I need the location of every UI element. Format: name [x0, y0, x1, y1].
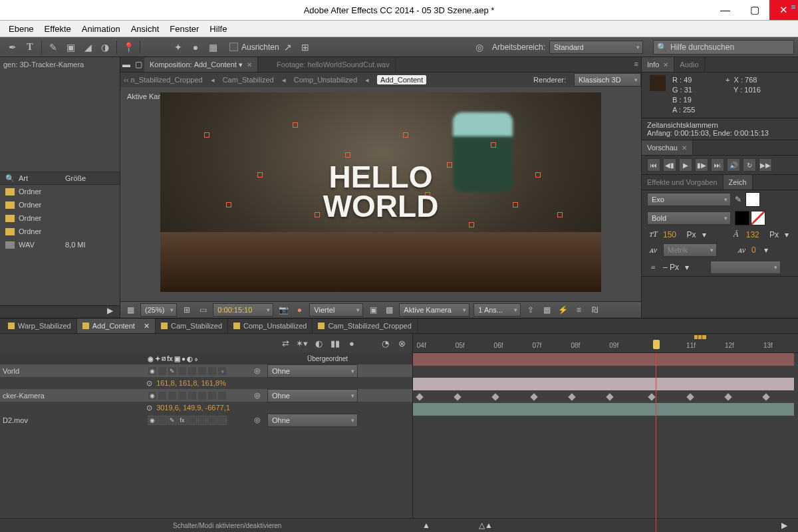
parent-dropdown[interactable]: Ohne [267, 414, 358, 427]
menu-ansicht[interactable]: Ansicht [126, 24, 165, 34]
scroll-right-icon[interactable]: ▶ [0, 305, 120, 318]
layer-row[interactable]: Vorld◉✎⬨◎Ohne [0, 364, 412, 377]
stroke-swatch[interactable] [751, 211, 765, 225]
fill-swatch[interactable] [745, 192, 760, 207]
snap-icon[interactable]: ↗ [281, 41, 295, 54]
loop-icon[interactable]: ↻ [743, 158, 756, 172]
audio-icon[interactable]: 🔊 [727, 158, 740, 172]
share-icon[interactable]: ⇪ [525, 304, 537, 316]
prop-row[interactable]: ⊙ 3019,6, 149,9, -6677,1 [0, 402, 412, 414]
panel-menu-icon[interactable]: ≡ [791, 3, 795, 11]
views-dropdown[interactable]: 1 Ans... [473, 303, 521, 317]
menu-fenster[interactable]: Fenster [164, 24, 204, 34]
character-tab[interactable]: Zeich [724, 175, 753, 190]
scroll-right-icon[interactable]: ▶ [781, 521, 787, 530]
snap-ext-icon[interactable]: ⊞ [299, 41, 312, 54]
brain-icon[interactable]: ⊗ [395, 336, 408, 350]
search-tool-icon[interactable]: ◎ [473, 41, 486, 54]
pen-tool-icon[interactable]: ✒ [6, 41, 19, 54]
eyedropper-icon[interactable]: ✎ [735, 195, 741, 204]
kerning-dropdown[interactable]: Metrik [663, 243, 717, 257]
first-frame-icon[interactable]: ⏮ [647, 158, 660, 172]
timeline-icon[interactable]: ≡ [573, 304, 585, 316]
flow-tab[interactable]: Cam_Stabilized [223, 76, 274, 84]
tl-tab[interactable]: Cam_Stabilized_Cropped [313, 319, 417, 333]
eraser-tool-icon[interactable]: ◢ [81, 41, 94, 54]
folder-icon[interactable]: ▢ [132, 60, 144, 69]
keyframe-row[interactable] [413, 391, 794, 403]
resolution-dropdown[interactable]: Viertel [309, 303, 363, 317]
tracking-value[interactable]: 0 [751, 245, 756, 255]
proj-row[interactable]: Ordner [0, 185, 120, 198]
align-checkbox[interactable] [229, 43, 238, 51]
roi-icon[interactable]: ▣ [367, 304, 379, 316]
next-frame-icon[interactable]: ▮▶ [695, 158, 708, 172]
work-area-markers[interactable] [694, 335, 706, 339]
camera-dropdown[interactable]: Aktive Kamera [399, 303, 469, 317]
comp-tab[interactable]: Komposition: Add_Content ▾✕ [144, 57, 258, 72]
pixel-icon[interactable]: ▦ [541, 304, 553, 316]
channel-icon[interactable]: ● [293, 304, 305, 316]
last-frame-icon[interactable]: ⏭ [711, 158, 724, 172]
help-search[interactable]: 🔍 Hilfe durchsuchen [653, 40, 794, 55]
grid-icon[interactable]: ▦ [124, 304, 136, 316]
fontsize-value[interactable]: 150 [663, 230, 676, 239]
tl-tab[interactable]: Comp_Unstabilized [228, 319, 313, 333]
fast-icon[interactable]: ⚡ [557, 304, 569, 316]
view-axis-icon[interactable]: ▦ [206, 41, 219, 54]
ram-preview-icon[interactable]: ▶▶ [759, 158, 772, 172]
effects-tab[interactable]: Effekte und Vorgaben [642, 175, 724, 190]
proj-row[interactable]: Ordner [0, 225, 120, 238]
roto-tool-icon[interactable]: ◑ [98, 41, 112, 54]
flow-tab-active[interactable]: Add_Content [377, 75, 426, 84]
stopwatch-icon[interactable]: ⊙ [146, 404, 152, 412]
time-display[interactable]: 0:00:15:10 [213, 303, 273, 317]
layer-bar[interactable] [413, 403, 794, 416]
close-icon[interactable]: ✕ [144, 322, 150, 331]
text-tool-icon[interactable]: T [23, 41, 37, 54]
panel-menu-icon[interactable]: ≡ [634, 60, 638, 68]
tl-tab-active[interactable]: Add_Content ✕ [77, 319, 156, 333]
tl-tab[interactable]: Cam_Stabilized [156, 319, 228, 333]
layer-bar[interactable] [413, 353, 794, 366]
stroke-type-dropdown[interactable] [710, 261, 781, 274]
parent-dropdown[interactable]: Ohne [267, 389, 358, 402]
current-time-indicator[interactable] [656, 353, 656, 532]
footage-tab[interactable]: Footage: helloWorldSoundCut.wav [271, 57, 396, 72]
close-tab-icon[interactable]: ✕ [247, 61, 252, 68]
nav-back-icon[interactable]: ▬ [120, 60, 132, 69]
time-ruler[interactable]: 04f05f06f07f08f09f11f12f13f [413, 334, 798, 353]
viewport[interactable]: Aktive Kamera HELLOWORLD [120, 87, 641, 301]
blur-icon[interactable]: ● [345, 336, 358, 350]
graph-editor-icon[interactable]: ◔ [378, 336, 392, 350]
proj-row[interactable]: Ordner [0, 198, 120, 211]
workspace-dropdown[interactable]: Standard [549, 41, 643, 54]
transp-icon[interactable]: ▩ [383, 304, 395, 316]
comp-icon[interactable]: ₪ [589, 304, 600, 316]
tl-tab[interactable]: Warp_Stabilized [3, 319, 77, 333]
graph-icon[interactable]: ⇄ [279, 336, 292, 350]
layer-bar[interactable] [413, 378, 794, 390]
shy-icon[interactable]: ✶▾ [295, 336, 309, 350]
res-icon[interactable]: ⊞ [181, 304, 193, 316]
flow-tab[interactable]: ‹‹ n_Stabilized_Cropped [124, 76, 203, 84]
parent-dropdown[interactable]: Ohne [267, 364, 358, 378]
zoom-slider[interactable]: △▲ [479, 521, 493, 530]
proj-row[interactable]: Ordner [0, 211, 120, 225]
snapshot-icon[interactable]: 📷 [277, 304, 289, 316]
zoom-dropdown[interactable]: (25%) [140, 303, 177, 317]
mb-icon[interactable]: ▮▮ [329, 336, 342, 350]
preview-tab[interactable]: Vorschau✕ [642, 140, 693, 155]
flow-tab[interactable]: Comp_Unstabilized [294, 76, 357, 84]
menu-animation[interactable]: Animation [76, 24, 126, 34]
menu-hilfe[interactable]: Hilfe [204, 24, 232, 34]
prev-frame-icon[interactable]: ◀▮ [663, 158, 676, 172]
stroke-value[interactable]: – Px [663, 263, 679, 272]
leading-value[interactable]: 132 [746, 230, 759, 239]
axis-icon[interactable]: ✦ [172, 41, 185, 54]
layer-row[interactable]: D2.mov◉✎fx◎Ohne [0, 414, 412, 426]
play-icon[interactable]: ▶ [679, 158, 692, 172]
timeline-tracks[interactable]: 04f05f06f07f08f09f11f12f13f [413, 334, 798, 532]
stamp-tool-icon[interactable]: ▣ [64, 41, 77, 54]
world-axis-icon[interactable]: ● [189, 41, 202, 54]
